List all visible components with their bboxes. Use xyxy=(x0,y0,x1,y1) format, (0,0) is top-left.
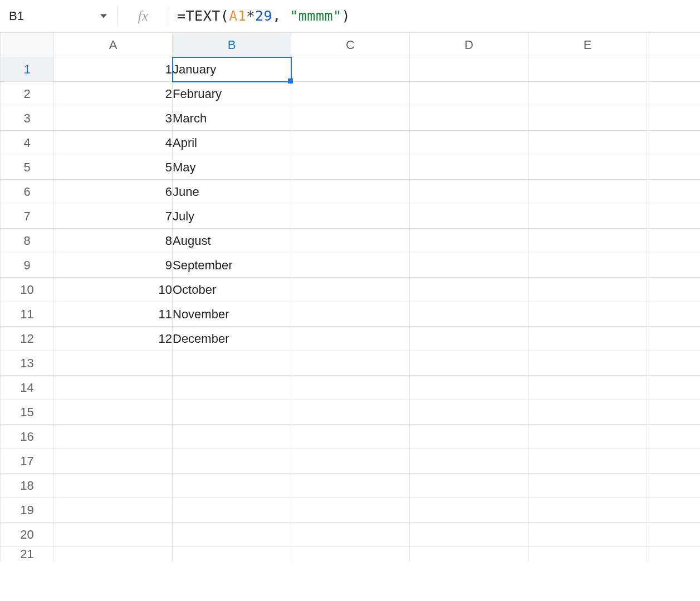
cell-B6[interactable]: June xyxy=(173,180,291,204)
cell-F3[interactable] xyxy=(647,106,701,131)
row-header-17[interactable]: 17 xyxy=(1,449,54,474)
cell-F6[interactable] xyxy=(647,180,701,204)
cell-B10[interactable]: October xyxy=(173,278,291,302)
cell-B14[interactable] xyxy=(173,376,291,400)
cell-E21[interactable] xyxy=(528,547,647,562)
cell-D10[interactable] xyxy=(410,278,528,302)
cell-E18[interactable] xyxy=(528,474,647,498)
row-header-2[interactable]: 2 xyxy=(1,82,54,106)
formula-input[interactable]: =TEXT(A1*29, "mmmm") xyxy=(169,0,700,32)
cell-E8[interactable] xyxy=(528,229,647,253)
cell-F16[interactable] xyxy=(647,425,701,449)
cell-A10[interactable]: 10 xyxy=(54,278,173,302)
cell-C2[interactable] xyxy=(291,82,410,106)
cell-B13[interactable] xyxy=(173,351,291,376)
cell-C11[interactable] xyxy=(291,302,410,327)
cell-D5[interactable] xyxy=(410,155,528,180)
cell-C19[interactable] xyxy=(291,498,410,523)
cell-D18[interactable] xyxy=(410,474,528,498)
cell-C9[interactable] xyxy=(291,253,410,278)
row-header-16[interactable]: 16 xyxy=(1,425,54,449)
cell-B1[interactable]: January xyxy=(173,57,291,82)
name-box-dropdown-icon[interactable] xyxy=(100,14,107,18)
select-all-corner[interactable] xyxy=(1,33,54,57)
cell-E7[interactable] xyxy=(528,204,647,229)
row-header-8[interactable]: 8 xyxy=(1,229,54,253)
cell-F2[interactable] xyxy=(647,82,701,106)
cell-D20[interactable] xyxy=(410,523,528,547)
cell-C14[interactable] xyxy=(291,376,410,400)
cell-C4[interactable] xyxy=(291,131,410,155)
cell-C7[interactable] xyxy=(291,204,410,229)
row-header-1[interactable]: 1 xyxy=(1,57,54,82)
cell-F12[interactable] xyxy=(647,327,701,351)
row-header-21[interactable]: 21 xyxy=(1,547,54,562)
row-header-15[interactable]: 15 xyxy=(1,400,54,425)
cell-D17[interactable] xyxy=(410,449,528,474)
cell-C1[interactable] xyxy=(291,57,410,82)
cell-E20[interactable] xyxy=(528,523,647,547)
cell-B8[interactable]: August xyxy=(173,229,291,253)
cell-E17[interactable] xyxy=(528,449,647,474)
cell-E5[interactable] xyxy=(528,155,647,180)
cell-C13[interactable] xyxy=(291,351,410,376)
cell-A2[interactable]: 2 xyxy=(54,82,173,106)
cell-E16[interactable] xyxy=(528,425,647,449)
cell-D11[interactable] xyxy=(410,302,528,327)
cell-A4[interactable]: 4 xyxy=(54,131,173,155)
cell-D19[interactable] xyxy=(410,498,528,523)
cell-C3[interactable] xyxy=(291,106,410,131)
cell-E2[interactable] xyxy=(528,82,647,106)
row-header-10[interactable]: 10 xyxy=(1,278,54,302)
row-header-11[interactable]: 11 xyxy=(1,302,54,327)
cell-B9[interactable]: September xyxy=(173,253,291,278)
row-header-20[interactable]: 20 xyxy=(1,523,54,547)
cell-F18[interactable] xyxy=(647,474,701,498)
cell-A18[interactable] xyxy=(54,474,173,498)
cell-A7[interactable]: 7 xyxy=(54,204,173,229)
row-header-7[interactable]: 7 xyxy=(1,204,54,229)
cell-B20[interactable] xyxy=(173,523,291,547)
cell-F21[interactable] xyxy=(647,547,701,562)
cell-E15[interactable] xyxy=(528,400,647,425)
cell-F11[interactable] xyxy=(647,302,701,327)
cell-A13[interactable] xyxy=(54,351,173,376)
cell-C8[interactable] xyxy=(291,229,410,253)
name-box[interactable]: B1 xyxy=(0,0,117,32)
cell-A1[interactable]: 1 xyxy=(54,57,173,82)
cell-D4[interactable] xyxy=(410,131,528,155)
cell-C16[interactable] xyxy=(291,425,410,449)
cell-F19[interactable] xyxy=(647,498,701,523)
cell-C18[interactable] xyxy=(291,474,410,498)
row-header-3[interactable]: 3 xyxy=(1,106,54,131)
cell-D14[interactable] xyxy=(410,376,528,400)
row-header-12[interactable]: 12 xyxy=(1,327,54,351)
cell-B11[interactable]: November xyxy=(173,302,291,327)
cell-A20[interactable] xyxy=(54,523,173,547)
cell-C17[interactable] xyxy=(291,449,410,474)
cell-F20[interactable] xyxy=(647,523,701,547)
row-header-19[interactable]: 19 xyxy=(1,498,54,523)
column-header-B[interactable]: B xyxy=(173,33,291,57)
cell-E3[interactable] xyxy=(528,106,647,131)
cell-B2[interactable]: February xyxy=(173,82,291,106)
cell-C10[interactable] xyxy=(291,278,410,302)
cell-B18[interactable] xyxy=(173,474,291,498)
row-header-9[interactable]: 9 xyxy=(1,253,54,278)
cell-F10[interactable] xyxy=(647,278,701,302)
column-header-C[interactable]: C xyxy=(291,33,410,57)
cell-A21[interactable] xyxy=(54,547,173,562)
cell-D9[interactable] xyxy=(410,253,528,278)
cell-E9[interactable] xyxy=(528,253,647,278)
cell-D12[interactable] xyxy=(410,327,528,351)
cell-C12[interactable] xyxy=(291,327,410,351)
cell-F14[interactable] xyxy=(647,376,701,400)
cell-D8[interactable] xyxy=(410,229,528,253)
cell-A15[interactable] xyxy=(54,400,173,425)
column-header-A[interactable]: A xyxy=(54,33,173,57)
column-header-D[interactable]: D xyxy=(410,33,528,57)
cell-A6[interactable]: 6 xyxy=(54,180,173,204)
cell-D7[interactable] xyxy=(410,204,528,229)
cell-E13[interactable] xyxy=(528,351,647,376)
cell-B12[interactable]: December xyxy=(173,327,291,351)
